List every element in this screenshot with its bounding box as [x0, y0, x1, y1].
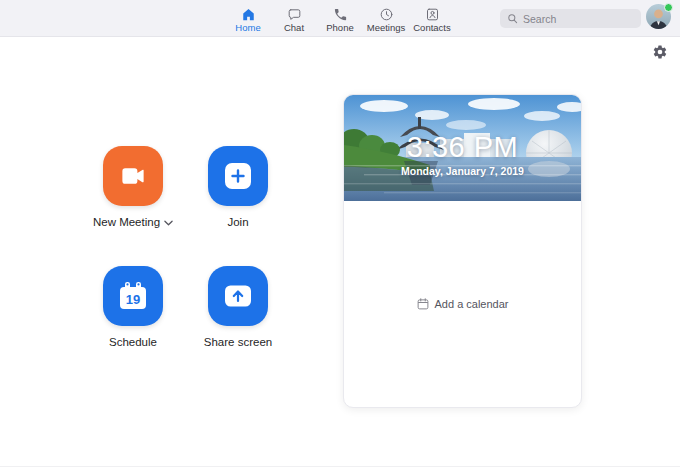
settings-gear-icon[interactable] — [652, 44, 668, 60]
calendar-card-body: Add a calendar — [344, 201, 581, 407]
tab-phone[interactable]: Phone — [317, 4, 363, 33]
tab-contacts-label: Contacts — [413, 23, 451, 33]
new-meeting-label: New Meeting — [93, 216, 160, 228]
contact-card-icon — [425, 7, 440, 22]
new-meeting-label-row: New Meeting — [93, 216, 173, 228]
calendar-card: 3:36 PM Monday, January 7, 2019 Add a ca… — [343, 94, 582, 408]
share-screen-label-row: Share screen — [204, 336, 272, 348]
tab-contacts[interactable]: Contacts — [409, 4, 455, 33]
tab-meetings[interactable]: Meetings — [363, 4, 409, 33]
chevron-down-icon[interactable] — [164, 218, 173, 226]
plus-icon — [223, 161, 253, 191]
join-label: Join — [227, 216, 248, 228]
action-schedule: 19 Schedule — [103, 266, 163, 348]
share-screen-button[interactable] — [208, 266, 268, 326]
chat-bubble-icon — [287, 7, 302, 22]
join-label-row: Join — [227, 216, 248, 228]
calendar-add-icon — [417, 298, 429, 310]
new-meeting-button[interactable] — [103, 146, 163, 206]
phone-icon — [333, 7, 348, 22]
search-input[interactable] — [523, 13, 634, 25]
home-icon — [241, 7, 256, 22]
calendar-photo: 3:36 PM Monday, January 7, 2019 — [344, 95, 581, 201]
tab-home-label: Home — [235, 23, 260, 33]
zoom-home-window: Home Chat Phone Meetings — [0, 0, 680, 467]
tab-phone-label: Phone — [326, 23, 353, 33]
header-bar: Home Chat Phone Meetings — [0, 0, 680, 37]
action-new-meeting: New Meeting — [103, 146, 163, 228]
add-calendar-label: Add a calendar — [435, 298, 509, 310]
video-camera-icon — [118, 161, 148, 191]
main-nav: Home Chat Phone Meetings — [225, 0, 455, 37]
tab-meetings-label: Meetings — [367, 23, 406, 33]
tab-home[interactable]: Home — [225, 4, 271, 33]
user-avatar[interactable] — [646, 4, 671, 29]
online-status-dot — [664, 3, 673, 12]
schedule-date-badge: 19 — [126, 292, 140, 307]
search-box[interactable] — [500, 9, 641, 28]
tab-chat-label: Chat — [284, 23, 304, 33]
add-calendar-button[interactable]: Add a calendar — [417, 298, 509, 310]
search-icon — [507, 13, 518, 24]
share-screen-label: Share screen — [204, 336, 272, 348]
calendar-icon: 19 — [117, 281, 149, 311]
join-button[interactable] — [208, 146, 268, 206]
action-share-screen: Share screen — [208, 266, 268, 348]
schedule-label-row: Schedule — [109, 336, 157, 348]
schedule-label: Schedule — [109, 336, 157, 348]
tab-chat[interactable]: Chat — [271, 4, 317, 33]
clock-icon — [379, 7, 394, 22]
schedule-button[interactable]: 19 — [103, 266, 163, 326]
action-join: Join — [208, 146, 268, 228]
share-arrow-icon — [222, 283, 254, 309]
